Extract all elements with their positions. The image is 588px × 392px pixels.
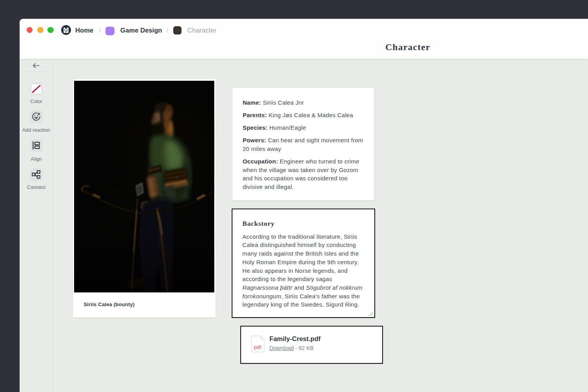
svg-text:pdf: pdf [254, 344, 261, 350]
